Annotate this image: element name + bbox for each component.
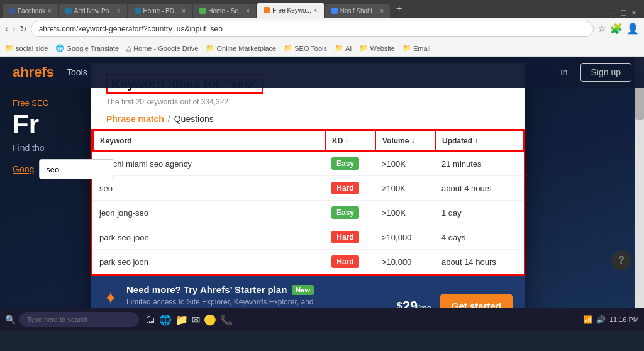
bookmark-icon: 📁 bbox=[5, 44, 14, 52]
tab-nasif[interactable]: Nasif Shahi... × bbox=[325, 4, 390, 18]
tab-wordpress2[interactable]: Home - BD... × bbox=[128, 4, 192, 18]
extensions-icon[interactable]: 🧩 bbox=[610, 23, 623, 35]
cta-price-block: $29/mo bbox=[397, 298, 431, 309]
volume-cell: >100K bbox=[375, 201, 435, 225]
profile-icon[interactable]: 👤 bbox=[626, 23, 639, 35]
taskbar-mail-icon[interactable]: ✉ bbox=[192, 314, 200, 326]
close-tab-icon[interactable]: × bbox=[314, 7, 318, 14]
keyword-search-input[interactable] bbox=[39, 159, 114, 179]
drive-icon: △ bbox=[126, 44, 131, 52]
tab-active-label: Free Keywo... bbox=[272, 7, 311, 14]
taskbar: 🔍 🗂 🌐 📁 ✉ 🟡 📞 📶 🔊 11:16 PM bbox=[0, 308, 644, 331]
start-search-icon[interactable]: 🔍 bbox=[5, 315, 16, 325]
cta-text-block: Need more? Try Ahrefs’ Starter plan New … bbox=[126, 284, 388, 308]
close-window-button[interactable]: × bbox=[631, 8, 636, 18]
forward-button[interactable]: › bbox=[12, 23, 15, 35]
updated-cell: 1 day bbox=[435, 201, 523, 225]
bookmark-icon[interactable]: ☆ bbox=[597, 23, 606, 35]
tab-wordpress3[interactable]: Home - Se... × bbox=[193, 4, 256, 18]
bookmark-social-side[interactable]: 📁 social side bbox=[5, 44, 48, 52]
cta-new-badge: New bbox=[292, 285, 314, 295]
bookmark-marketplace[interactable]: 📁 Online Marketplace bbox=[206, 44, 276, 52]
kd-cell: Hard bbox=[325, 225, 375, 250]
signup-button[interactable]: Sign up bbox=[580, 63, 631, 82]
bookmark-google-drive[interactable]: △ Home - Google Drive bbox=[126, 44, 198, 52]
maximize-button[interactable]: □ bbox=[621, 8, 626, 18]
tab-label: Home - BD... bbox=[143, 8, 180, 14]
taskbar-explorer-icon[interactable]: 📁 bbox=[175, 314, 188, 326]
volume-cell: >10,000 bbox=[375, 250, 435, 274]
bookmark-ai[interactable]: 📁 AI bbox=[335, 44, 352, 52]
taskbar-network-icon: 📶 bbox=[583, 315, 592, 324]
close-tab-icon[interactable]: × bbox=[246, 8, 250, 14]
tab-label: Home - Se... bbox=[208, 8, 243, 14]
cta-sparkle-icon: ✦✦ bbox=[104, 290, 118, 309]
tab-wordpress1[interactable]: Add New Po... × bbox=[59, 4, 127, 18]
tab-label: Nasif Shahi... bbox=[340, 8, 377, 14]
kd-badge: Hard bbox=[331, 255, 359, 268]
taskbar-clock: 11:16 PM bbox=[609, 315, 639, 324]
hero-title: Fr bbox=[13, 110, 631, 139]
tab-facebook-label: Facebook bbox=[18, 8, 45, 14]
updated-cell: about 14 hours bbox=[435, 250, 523, 274]
tab-ahrefs-active[interactable]: Free Keywo... × bbox=[257, 3, 324, 18]
keyword-cell: jeon jong-seo bbox=[93, 201, 325, 225]
google-translate-icon: 🌐 bbox=[55, 44, 64, 52]
close-tab-icon[interactable]: × bbox=[117, 8, 121, 14]
cta-banner: ✦✦ Need more? Try Ahrefs’ Starter plan N… bbox=[91, 276, 525, 308]
bookmark-website[interactable]: 📁 Website bbox=[359, 44, 395, 52]
cta-per-mo: /mo bbox=[418, 303, 431, 309]
cta-title: Need more? Try Ahrefs’ Starter plan bbox=[126, 284, 287, 295]
table-row: park seo joon Hard >10,000 about 14 hour… bbox=[93, 250, 523, 274]
ahrefs-logo[interactable]: ahrefs bbox=[13, 64, 54, 81]
address-text: ahrefs.com/keyword-generator/?country=us… bbox=[39, 25, 223, 33]
folder-icon: 📁 bbox=[335, 44, 343, 52]
signin-link[interactable]: in bbox=[561, 67, 568, 77]
taskbar-file-icon[interactable]: 🗂 bbox=[145, 314, 155, 325]
folder-icon: 📁 bbox=[206, 44, 214, 52]
taskbar-chrome-icon[interactable]: 🟡 bbox=[204, 314, 216, 326]
taskbar-edge-icon[interactable]: 🌐 bbox=[159, 314, 172, 326]
cta-dollar-sign: $ bbox=[397, 301, 402, 309]
bookmark-seo-tools[interactable]: 📁 SEO Tools bbox=[284, 44, 327, 52]
minimize-button[interactable]: ─ bbox=[609, 8, 616, 18]
kd-cell: Hard bbox=[325, 250, 375, 274]
google-label: Goog bbox=[13, 164, 34, 174]
hero-subtitle: Find tho bbox=[13, 143, 631, 153]
refresh-button[interactable]: ↻ bbox=[19, 24, 27, 34]
free-tag: Free SEO bbox=[13, 98, 631, 108]
keyword-cell: park seo-joon bbox=[93, 225, 325, 250]
get-started-button[interactable]: Get started bbox=[440, 294, 513, 308]
updated-cell: 4 days bbox=[435, 225, 523, 250]
cta-desc-line1: Limited access to Site Explorer, Keyword… bbox=[126, 298, 388, 306]
close-tab-icon[interactable]: × bbox=[380, 8, 384, 14]
cta-price: 29 bbox=[402, 298, 418, 309]
taskbar-app-icon[interactable]: 📞 bbox=[220, 314, 233, 326]
bookmark-google-translate[interactable]: 🌐 Google Translate bbox=[55, 44, 119, 52]
tab-facebook[interactable]: Facebook × bbox=[3, 4, 58, 18]
taskbar-search-input[interactable] bbox=[19, 312, 139, 327]
kd-badge: Easy bbox=[331, 206, 359, 219]
taskbar-volume-icon: 🔊 bbox=[596, 315, 606, 324]
tab-label: Add New Po... bbox=[74, 8, 114, 14]
kd-badge: Hard bbox=[331, 231, 359, 243]
tools-nav[interactable]: Tools bbox=[67, 67, 87, 77]
folder-icon: 📁 bbox=[284, 44, 292, 52]
volume-cell: >10,000 bbox=[375, 225, 435, 250]
table-row: jeon jong-seo Easy >100K 1 day bbox=[93, 201, 523, 225]
bookmark-email[interactable]: 📁 Email bbox=[402, 44, 431, 52]
new-tab-button[interactable]: + bbox=[391, 3, 407, 14]
back-button[interactable]: ‹ bbox=[5, 23, 8, 35]
close-tab-icon[interactable]: × bbox=[182, 8, 186, 14]
folder-icon: 📁 bbox=[402, 44, 411, 52]
table-row: park seo-joon Hard >10,000 4 days bbox=[93, 225, 523, 250]
address-bar[interactable]: ahrefs.com/keyword-generator/?country=us… bbox=[31, 21, 594, 37]
close-tab-icon[interactable]: × bbox=[48, 8, 52, 14]
kd-cell: Easy bbox=[325, 201, 375, 225]
folder-icon: 📁 bbox=[359, 44, 368, 52]
keyword-cell: park seo joon bbox=[93, 250, 325, 274]
ahrefs-header: ahrefs Tools in Sign up bbox=[0, 57, 644, 88]
